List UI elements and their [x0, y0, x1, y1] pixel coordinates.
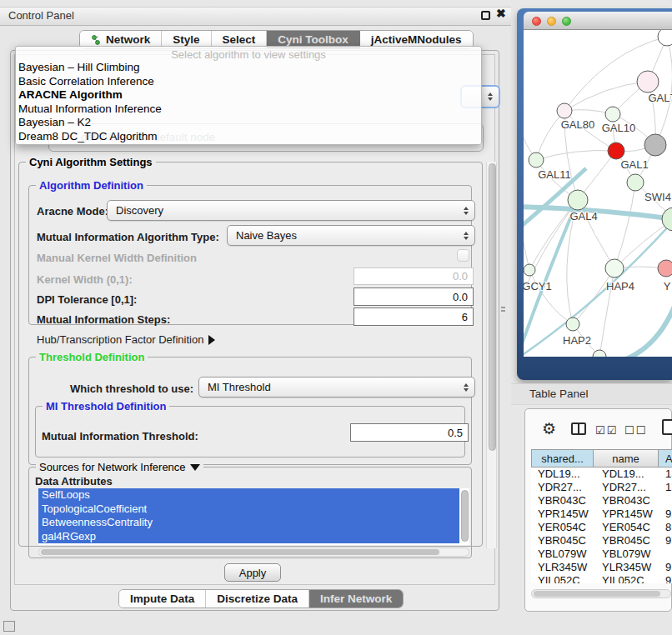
hub-definition-toggle[interactable]: Hub/Transcription Factor Definition — [37, 333, 215, 346]
manual-kernel-checkbox[interactable] — [457, 249, 469, 262]
network-window-titlebar[interactable] — [524, 12, 672, 30]
table-cell: YLR345W — [531, 561, 594, 574]
dock-panel-icon[interactable] — [3, 621, 15, 632]
node-table[interactable]: shared...nameA YDL19...YDL19...13YDR27..… — [531, 449, 672, 583]
settings-vertical-scrollbar[interactable] — [486, 162, 497, 548]
which-threshold-combo[interactable]: MI Threshold — [198, 377, 475, 398]
split-columns-icon[interactable] — [571, 422, 586, 435]
combo-spinner-icon — [464, 383, 469, 392]
tab-impute-data[interactable]: Impute Data — [119, 590, 206, 608]
network-canvas[interactable]: GAL7GAL80GAL10GAL1GAL11SWI4GAL4HAP4YGCY1… — [524, 30, 672, 357]
table-cell: 9 — [659, 574, 672, 583]
combo-spinner-icon — [464, 207, 469, 215]
table-horizontal-scrollbar[interactable] — [531, 589, 671, 598]
network-node-y[interactable] — [658, 260, 672, 277]
cyni-settings-title: Cyni Algorithm Settings — [26, 156, 156, 168]
network-node-gal80[interactable] — [557, 103, 572, 118]
table-column-header[interactable]: A — [659, 449, 672, 468]
network-edge[interactable] — [524, 207, 672, 219]
network-node[interactable] — [644, 134, 666, 156]
dropdown-item[interactable]: ARACNE Algorithm — [16, 88, 481, 102]
data-attribute-item[interactable]: BetweennessCentrality — [38, 516, 459, 530]
data-attributes-list[interactable]: SelfLoopsTopologicalCoefficientBetweenne… — [38, 488, 469, 545]
network-node-hap2[interactable] — [566, 318, 579, 331]
network-node[interactable] — [658, 30, 672, 46]
mac-zoom-icon[interactable] — [562, 17, 571, 26]
table-doc-icon[interactable] — [662, 419, 672, 435]
deselect-checkboxes-icon[interactable]: ☐☐ — [624, 424, 647, 437]
mi-steps-field[interactable]: 6 — [354, 308, 474, 326]
table-column-header[interactable]: name — [594, 449, 659, 468]
table-row[interactable]: YBR043CYBR043C — [531, 494, 672, 508]
mi-threshold-field[interactable]: 0.5 — [350, 423, 469, 442]
close-panel-icon[interactable]: ✖ — [496, 7, 506, 20]
tab-label: Cyni Toolbox — [278, 33, 349, 46]
table-cell: YPR145W — [594, 508, 659, 521]
network-edge[interactable] — [536, 150, 616, 160]
float-panel-icon[interactable] — [481, 11, 490, 20]
mi-type-label: Mutual Information Algorithm Type: — [37, 231, 219, 243]
table-row[interactable]: YBL079WYBL079W — [531, 548, 672, 561]
network-node-hap4[interactable] — [605, 259, 624, 278]
which-threshold-value: MI Threshold — [208, 381, 271, 393]
data-attribute-item[interactable]: SelfLoops — [38, 488, 459, 502]
scrollbar-thumb[interactable] — [489, 163, 496, 451]
dropdown-item[interactable]: Bayesian – K2 — [16, 116, 481, 130]
network-graph: GAL7GAL80GAL10GAL1GAL11SWI4GAL4HAP4YGCY1… — [524, 30, 672, 357]
network-edge[interactable] — [564, 82, 648, 111]
scrollbar-thumb[interactable] — [41, 549, 439, 555]
sources-title[interactable]: Sources for Network Inference — [36, 461, 203, 473]
table-cell: YBR043C — [531, 494, 594, 508]
network-edge[interactable] — [655, 37, 672, 145]
table-row[interactable]: YDL19...YDL19...13 — [531, 468, 672, 481]
table-row[interactable]: YLR345WYLR345W9. — [531, 561, 672, 574]
network-node-gal1[interactable] — [608, 142, 624, 159]
table-column-header[interactable]: shared... — [531, 449, 594, 468]
gear-icon[interactable]: ⚙ — [542, 419, 556, 438]
mac-close-icon[interactable] — [532, 17, 541, 26]
dropdown-item[interactable]: Dream8 DC_TDC Algorithm — [16, 130, 481, 144]
table-panel-title: Table Panel — [529, 388, 589, 400]
data-attribute-item[interactable]: gal4RGexp — [38, 530, 459, 544]
select-all-checkboxes-icon[interactable]: ☑☑ — [595, 424, 618, 437]
dropdown-item[interactable]: Bayesian – Hill Climbing — [16, 61, 481, 75]
table-row[interactable]: YPR145WYPR145W9. — [531, 508, 672, 521]
network-node-gal7[interactable] — [637, 71, 659, 92]
dropdown-item[interactable]: Basic Correlation Inference — [16, 75, 481, 89]
kernel-width-field[interactable]: 0.0 — [354, 268, 474, 285]
mi-steps-label: Mutual Information Steps: — [37, 313, 170, 326]
mi-type-combo[interactable]: Naive Bayes — [227, 225, 475, 246]
dpi-tolerance-field[interactable]: 0.0 — [354, 288, 474, 306]
apply-button[interactable]: Apply — [224, 563, 281, 582]
network-node-label: GAL80 — [561, 118, 594, 131]
table-cell: YIL052C — [531, 574, 594, 583]
network-node-label: SWI4 — [644, 191, 671, 203]
tab-label: Select — [223, 33, 256, 46]
data-attribute-item[interactable]: TopologicalCoefficient — [38, 502, 459, 517]
network-node-gcy1[interactable] — [524, 264, 535, 276]
table-row[interactable]: YIL052CYIL052C9 — [531, 574, 672, 583]
splitter-handle[interactable] — [501, 307, 505, 314]
network-node-swi4[interactable] — [627, 174, 644, 191]
network-node-gal10[interactable] — [605, 107, 620, 122]
table-row[interactable]: YDR27...YDR27...12 — [531, 481, 672, 494]
list-horizontal-scrollbar[interactable] — [38, 548, 469, 557]
dropdown-item[interactable]: Mutual Information Inference — [16, 102, 481, 117]
network-node[interactable] — [662, 208, 672, 231]
network-edge[interactable] — [529, 270, 573, 324]
aracne-mode-combo[interactable]: Discovery — [107, 200, 475, 221]
table-row[interactable]: YBR045CYBR045C9. — [531, 534, 672, 548]
network-view-window[interactable]: GAL7GAL80GAL10GAL1GAL11SWI4GAL4HAP4YGCY1… — [517, 8, 672, 380]
tab-infer-network[interactable]: Infer Network — [309, 590, 403, 608]
network-node-gal4[interactable] — [568, 190, 588, 210]
list-vertical-scrollbar[interactable] — [461, 490, 469, 542]
tab-discretize-data[interactable]: Discretize Data — [206, 590, 309, 608]
network-node-gal11[interactable] — [529, 152, 544, 168]
network-edge[interactable] — [614, 295, 672, 357]
scrollbar-thumb[interactable] — [534, 591, 660, 597]
network-edge[interactable] — [614, 182, 635, 268]
table-cell: YBR045C — [594, 534, 659, 548]
table-row[interactable]: YER054CYER054C8. — [531, 521, 672, 534]
mac-minimize-icon[interactable] — [547, 17, 556, 26]
network-edge[interactable] — [573, 268, 614, 324]
